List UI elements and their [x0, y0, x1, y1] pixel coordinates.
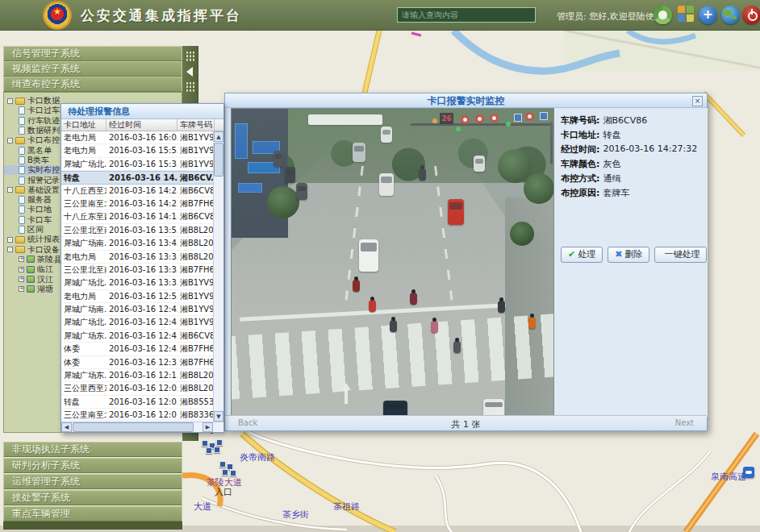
- detail-label: 布控原因:: [561, 187, 599, 202]
- tree-node-icon: [19, 177, 25, 185]
- scene-buildings: [232, 109, 288, 238]
- table-row[interactable]: 体委 2016-03-16 12:3... 湘B7FH62: [61, 356, 223, 369]
- app-title: 公安交通集成指挥平台: [81, 6, 242, 25]
- scroll-up-icon[interactable]: ▲: [214, 131, 223, 142]
- action-button[interactable]: 处理: [561, 247, 603, 263]
- scrollbar-thumb[interactable]: [73, 422, 194, 432]
- rider-shape: [431, 321, 438, 333]
- map-road-label: 入口: [215, 486, 232, 498]
- scroll-right-icon[interactable]: ▶: [203, 422, 213, 432]
- top-header-bar: 公安交通集成指挥平台 管理员: 您好,欢迎登陆使用 +: [0, 0, 760, 31]
- sidebar-item-ops[interactable]: 运维管理子系统: [3, 474, 182, 489]
- cell-plate: 湘B1YV96: [177, 290, 215, 302]
- car-shape: [274, 151, 284, 167]
- tree-node-icon: [15, 98, 25, 105]
- apps-grid-icon[interactable]: [678, 6, 694, 22]
- table-row[interactable]: 老电力局 2016-03-16 12:5... 湘B1YV96: [61, 290, 223, 303]
- scroll-left-icon[interactable]: ◀: [61, 422, 72, 432]
- vertical-scrollbar[interactable]: ▲ ▼: [213, 131, 223, 422]
- collapse-arrow-icon[interactable]: [186, 67, 193, 77]
- cell-plate: 湘B6CV86: [177, 210, 215, 222]
- cell-address: 三公里西至东: [61, 382, 106, 394]
- tree-expander-icon[interactable]: [19, 276, 24, 282]
- table-row[interactable]: 十八丘东至西 2016-03-16 14:1... 湘B6CV86: [61, 210, 223, 223]
- camera-marker-cluster[interactable]: [219, 461, 242, 480]
- tree-node-icon: [19, 147, 25, 155]
- refresh-icon[interactable]: [654, 6, 672, 24]
- table-row[interactable]: 犀城广场南... 2016-03-16 13:4... 湘B8L203: [61, 237, 223, 250]
- table-row[interactable]: 老电力局 2016-03-16 16:0... 湘B1YV96: [61, 131, 223, 144]
- action-button[interactable]: 删除: [608, 247, 649, 263]
- table-row[interactable]: 三公里南至北 2016-03-16 14:2... 湘B7FH62: [61, 197, 223, 210]
- cell-time: 2016-03-16 13:3...: [106, 276, 177, 289]
- detail-row: 布控原因: 套牌车: [561, 187, 708, 202]
- map-road-label: 炎帝南路: [240, 451, 275, 463]
- table-row[interactable]: 犀城广场东... 2016-03-16 12:4... 湘B6CV86: [61, 330, 223, 343]
- table-row[interactable]: 犀城广场南... 2016-03-16 12:4... 湘B1YV96: [61, 303, 223, 316]
- table-row[interactable]: 犀城广场北... 2016-03-16 12:4... 湘B1YV96: [61, 316, 223, 329]
- sidebar-item-video[interactable]: 视频监控子系统: [3, 61, 182, 77]
- cell-plate: 湘B83362: [177, 409, 215, 418]
- close-icon[interactable]: ×: [692, 96, 703, 106]
- table-row[interactable]: 三公里西至东 2016-03-16 12:0... 湘B8L203: [61, 382, 223, 395]
- tree-node-icon: [19, 117, 25, 125]
- cell-address: 十八丘西至东: [61, 185, 106, 197]
- tree-item-label: 茶陵县: [37, 255, 61, 264]
- action-button[interactable]: 一键处理: [654, 247, 707, 263]
- cell-time: 2016-03-16 13:3...: [106, 251, 177, 263]
- tree-expander-icon[interactable]: [19, 267, 24, 272]
- globe-icon[interactable]: [721, 6, 740, 24]
- add-icon[interactable]: +: [699, 6, 717, 24]
- scene-tree: [510, 222, 534, 246]
- sidebar-item-analysis[interactable]: 研判分析子系统: [3, 458, 182, 473]
- blue-sign: [514, 114, 522, 122]
- sidebar-item-signal[interactable]: 信号管理子系统: [3, 46, 182, 61]
- map-app-icon[interactable]: [743, 467, 754, 478]
- cell-time: 2016-03-16 12:4...: [106, 316, 177, 328]
- tree-expander-icon[interactable]: [7, 138, 13, 143]
- cell-time: 2016-03-16 14...: [106, 172, 177, 183]
- table-row[interactable]: 老电力局 2016-03-16 13:3... 湘B8L203: [61, 251, 223, 264]
- tree-node-icon: [19, 216, 25, 224]
- tree-expander-icon[interactable]: [19, 256, 24, 262]
- table-row[interactable]: 老电力局 2016-03-16 15:5... 湘B1YV96: [61, 144, 223, 157]
- tree-node-icon: [27, 276, 35, 283]
- cell-time: 2016-03-16 12:0: [106, 409, 177, 418]
- table-row[interactable]: 三公里北至南 2016-03-16 13:5... 湘B8L203: [61, 224, 223, 237]
- table-row[interactable]: 十八丘西至东 2016-03-16 14:2... 湘B6CV86: [61, 185, 223, 197]
- cell-plate: 湘B7FH62: [177, 197, 215, 210]
- rider-shape: [353, 280, 360, 292]
- scroll-down-icon[interactable]: ▼: [214, 411, 223, 422]
- horizontal-scrollbar[interactable]: ◀ ▶: [61, 422, 223, 432]
- table-row[interactable]: 体委 2016-03-16 12:4... 湘B7FH62: [61, 343, 223, 355]
- detail-value: 2016-03-16 14:27:32: [603, 143, 697, 158]
- video-frame[interactable]: 26: [231, 108, 554, 417]
- lane-arrow: [345, 389, 348, 404]
- scrollbar-thumb[interactable]: [214, 143, 223, 177]
- police-badge-logo: [44, 2, 70, 28]
- table-row[interactable]: 犀城广场北... 2016-03-16 13:3... 湘B1YV96: [61, 276, 223, 289]
- tree-expander-icon[interactable]: [7, 98, 13, 104]
- table-row[interactable]: 犀城广场北... 2016-03-16 15:3... 湘B1YV96: [61, 158, 223, 171]
- search-input[interactable]: [397, 7, 536, 23]
- tree-expander-icon[interactable]: [7, 237, 13, 243]
- cell-plate: 湘B8L203: [177, 251, 215, 263]
- car-shape: [285, 167, 295, 183]
- table-row[interactable]: 三公里南至北 2016-03-16 12:0 湘B83362: [61, 409, 223, 418]
- power-icon[interactable]: [742, 6, 760, 24]
- sidebar-item-checkcontrol[interactable]: 缉查布控子系统: [3, 77, 182, 92]
- camera-marker-cluster[interactable]: [202, 434, 226, 455]
- tree-expander-icon[interactable]: [7, 187, 13, 193]
- table-row[interactable]: 三公里北至南 2016-03-16 13:3... 湘B7FH62: [61, 264, 223, 276]
- sidebar-item-keyvehicle[interactable]: 重点车辆管理: [3, 506, 182, 522]
- tree-expander-icon[interactable]: [7, 247, 13, 252]
- sidebar-item-dispatch[interactable]: 接处警子系统: [3, 490, 182, 505]
- cell-time: 2016-03-16 16:0...: [106, 131, 177, 143]
- table-row[interactable]: 转盘 2016-03-16 14... 湘B6CV...: [61, 171, 223, 184]
- next-button[interactable]: Next: [675, 418, 694, 427]
- table-row[interactable]: 转盘 2016-03-16 12:0... 湘B8553G: [61, 396, 223, 409]
- table-row[interactable]: 犀城广场东... 2016-03-16 12:1... 湘B8L203: [61, 369, 223, 382]
- tree-expander-icon[interactable]: [19, 286, 24, 292]
- tree-item-label: 数据研判: [27, 126, 60, 135]
- sidebar-item-offsite[interactable]: 非现场执法子系统: [3, 442, 182, 457]
